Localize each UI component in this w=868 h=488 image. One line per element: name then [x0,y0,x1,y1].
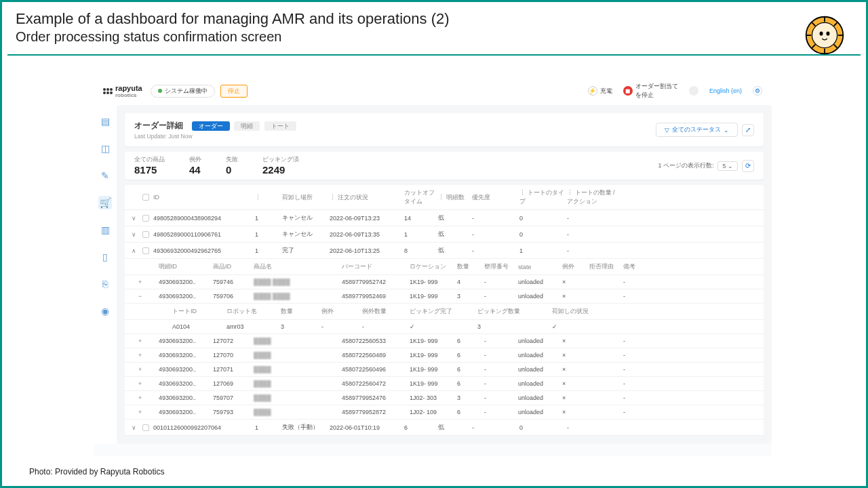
sidebar-item-3[interactable]: ✎ [98,169,112,182]
dashboard-screenshot: rapyutarobotics システム稼働中 停止 ⚡ 充電 ◼ オーダー割当… [94,77,772,456]
refresh-button[interactable]: ⟳ [742,160,754,172]
tab-detail[interactable]: 明細 [234,121,260,131]
tote-header: トートIDロボット名数量例外例外数量ピッキング完了ピッキング数量荷卸しの状況 [125,304,764,320]
charge-icon: ⚡ [588,86,597,96]
expand-icon[interactable]: + [138,338,159,344]
sidebar-item-orders[interactable]: 🛒 [98,196,112,209]
sidebar-item-1[interactable]: ▤ [98,115,112,128]
row-checkbox[interactable] [142,247,149,254]
rows-per-page[interactable]: 5 ⌄ [717,161,738,171]
sidebar: ▤ ◫ ✎ 🛒 ▥ ▯ ⎘ ◉ [94,105,117,444]
expand-icon[interactable]: + [138,394,159,401]
charge-button[interactable]: ⚡ 充電 [588,86,612,96]
detail-header: 明細ID商品ID商品名バーコードロケーション数量整理番号state例外拒否理由備… [125,259,764,275]
slide-title: Example of a dashboard for managing AMR … [16,10,852,28]
expand-button[interactable]: ⤢ [742,124,754,136]
table-row[interactable]: ∨498052890004389082941キャンセル2022-06-09T13… [125,210,764,226]
sidebar-item-6[interactable]: ▯ [98,250,112,264]
detail-row[interactable]: +4930693200..127069████45807225604721K19… [125,377,764,391]
table-row[interactable]: ∧493069320004929627651完了2022-06-10T13:25… [125,243,764,259]
expand-icon[interactable]: + [138,366,159,373]
detail-row[interactable]: +4930693200..759746████ ████458977995274… [125,275,764,289]
table-row[interactable]: ∨ 001011260009922070641失敗（手動）2022-06-01T… [125,420,764,436]
detail-row[interactable]: +4930693200..759707████45897799524761J02… [125,391,764,405]
stats-bar: 全ての商品8175 例外44 失敗0 ピッキング済2249 1 ページの表示行数… [125,152,764,180]
expand-icon[interactable]: ∨ [132,424,142,431]
stat-total: 8175 [134,164,165,176]
tab-order[interactable]: オーダー [192,121,230,131]
expand-icon[interactable]: + [138,409,159,415]
lion-logo-icon [804,14,846,56]
topbar: rapyutarobotics システム稼働中 停止 ⚡ 充電 ◼ オーダー割当… [94,77,772,105]
brand-logo[interactable]: rapyutarobotics [103,84,142,98]
settings-icon[interactable]: ⚙ [753,86,762,96]
row-checkbox[interactable] [142,424,149,431]
stat-exceptions: 44 [189,164,201,176]
chevron-down-icon: ⌄ [724,127,729,134]
order-assign-stop-button[interactable]: ◼ オーダー割当てを停止 [623,82,678,100]
expand-icon[interactable]: − [138,293,159,300]
slide-subtitle: Order processing status confirmation scr… [16,29,852,45]
sidebar-item-7[interactable]: ⎘ [98,277,112,291]
tote-row: A0104amr033--✓3✓ [125,320,764,334]
user-avatar-icon[interactable] [689,86,698,96]
stat-picked: 2249 [262,164,299,176]
expand-icon[interactable]: ∧ [132,247,142,254]
last-updated: Last Update: Just Now [134,133,299,140]
detail-row[interactable]: +4930693200..759793████45897799528721J02… [125,405,764,420]
detail-row[interactable]: −4930693200..759706████ ████458977995246… [125,289,764,304]
tab-tote[interactable]: トート [264,121,296,131]
filter-icon: ▽ [665,127,669,134]
expand-icon[interactable]: + [138,352,159,359]
divider [7,54,861,56]
stop-button[interactable]: 停止 [220,85,248,98]
sidebar-item-5[interactable]: ▥ [98,223,112,237]
row-checkbox[interactable] [142,215,149,222]
expand-icon[interactable]: + [138,380,159,387]
detail-row[interactable]: +4930693200..127071████45807225604961K19… [125,363,764,377]
expand-icon[interactable]: ∨ [132,231,142,238]
language-select[interactable]: English (en) [709,87,742,94]
photo-credit: Photo: Provided by Rapyuta Robotics [29,467,164,476]
svg-point-1 [812,22,837,47]
sidebar-item-8[interactable]: ◉ [98,304,112,318]
stop-icon: ◼ [623,86,633,96]
system-status-badge: システム稼働中 [151,85,215,98]
detail-row[interactable]: +4930693200..127070████45807225604891K19… [125,348,764,363]
status-filter[interactable]: ▽全てのステータス⌄ [656,123,738,137]
sidebar-item-2[interactable]: ◫ [98,142,112,155]
expand-icon[interactable]: ∨ [132,215,142,222]
row-checkbox[interactable] [142,231,149,238]
detail-row[interactable]: +4930693200..127072████45807225605331K19… [125,334,764,348]
svg-point-11 [826,31,829,35]
stat-failed: 0 [226,164,238,176]
checkbox-all[interactable] [142,194,149,201]
orders-table: ID⋮ 荷卸し場所⋮ 注文の状況 カットオフタイム⋮ 明細数 優先度⋮ トートの… [125,185,764,436]
expand-icon[interactable]: + [138,279,159,285]
table-row[interactable]: ∨498052890001109067611キャンセル2022-06-09T13… [125,226,764,243]
table-header: ID⋮ 荷卸し場所⋮ 注文の状況 カットオフタイム⋮ 明細数 優先度⋮ トートの… [125,185,764,210]
svg-point-10 [820,31,823,35]
page-title: オーダー詳細 [134,121,183,130]
